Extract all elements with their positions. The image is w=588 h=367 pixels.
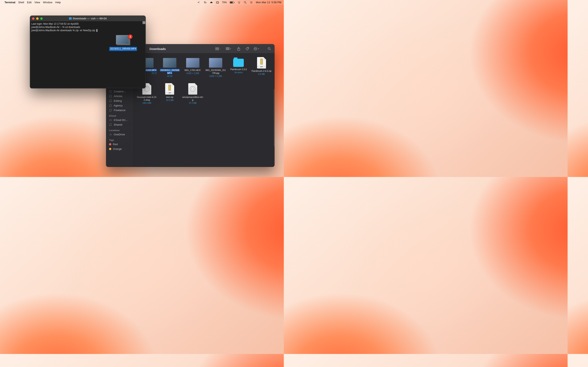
terminal-line: jowi@Johns-MacBook-Air downloads % zip -… (31, 29, 144, 32)
weather-icon[interactable] (204, 1, 207, 4)
sidebar-item-agency[interactable]: Agency (106, 103, 134, 108)
close-button[interactable] (32, 17, 35, 20)
sidebar-item-shared[interactable]: Shared (106, 122, 134, 127)
sidebar-item-creative[interactable]: Creative… (106, 89, 134, 94)
minimize-button[interactable] (36, 17, 39, 20)
svg-line-9 (246, 3, 246, 4)
terminal-body[interactable]: Last login: Mon Mar 13 17:54:52 on ttys0… (30, 21, 146, 88)
chevron-updown-icon: ↕ (220, 48, 221, 50)
group-by-button[interactable]: ▾ (226, 47, 231, 50)
terminal-title: Downloads — -zsh — 80×24 (69, 17, 107, 20)
search-button[interactable] (267, 47, 272, 50)
svg-rect-22 (226, 49, 227, 50)
zip-file-icon: ZIP (257, 57, 266, 68)
terminal-window[interactable]: Downloads — -zsh — 80×24 Last login: Mon… (30, 16, 146, 88)
svg-point-13 (251, 3, 252, 3)
svg-point-28 (255, 49, 255, 49)
svg-point-7 (239, 3, 239, 4)
spotlight-icon[interactable] (243, 1, 247, 4)
svg-rect-19 (226, 48, 227, 48)
sidebar-item-articles[interactable]: Articles (106, 94, 134, 99)
svg-rect-17 (216, 49, 217, 50)
folder-icon (233, 59, 244, 67)
cloud-icon[interactable] (210, 1, 213, 4)
svg-rect-15 (216, 48, 217, 49)
svg-rect-6 (234, 2, 234, 3)
svg-point-11 (251, 1, 251, 2)
zip-file-icon: ZIP (165, 83, 174, 95)
view-icon-mode[interactable]: ↕ (215, 47, 221, 50)
battery-icon[interactable] (230, 1, 234, 4)
svg-rect-21 (228, 48, 229, 48)
terminal-titlebar[interactable]: Downloads — -zsh — 80×24 (30, 16, 146, 21)
battery-percentage: 70% (222, 1, 227, 4)
svg-rect-14 (110, 90, 111, 92)
folder-icon (69, 17, 72, 20)
sidebar-item-editing[interactable]: Editing (106, 99, 134, 103)
stage-manager-icon[interactable] (216, 1, 219, 4)
svg-rect-24 (228, 49, 229, 50)
sidebar-item-icloud-drive[interactable]: iCloud Dri… (106, 118, 134, 122)
control-center-icon[interactable] (250, 1, 253, 4)
file-item[interactable]: winzipmacedition.dmg 37.2 MB (182, 82, 204, 108)
menu-help[interactable]: Help (55, 1, 61, 4)
svg-point-1 (206, 3, 206, 3)
sidebar-item-onedrive[interactable]: OneDrive (106, 132, 134, 137)
svg-rect-18 (217, 49, 219, 50)
menu-clock[interactable]: Mon Mar 13 5:56 PM (256, 1, 281, 4)
file-item[interactable]: ZIP test.zip 18.5 MB (159, 82, 181, 108)
finder-icon-grid[interactable]: 311_095458.MP4 07:17 20230311_092508.MP4… (134, 53, 274, 167)
sidebar-header-locations: Locations (106, 127, 134, 132)
folder-item[interactable]: Paintbrush-2.6.0 No items (228, 55, 249, 82)
svg-point-8 (244, 1, 246, 3)
svg-rect-16 (217, 48, 219, 49)
sidebar-header-tags: Tags (106, 137, 134, 142)
sidebar-header-icloud: iCloud (106, 113, 134, 118)
svg-point-26 (248, 48, 248, 49)
svg-point-0 (204, 1, 205, 2)
chevron-down-icon: ▾ (258, 48, 259, 50)
file-item[interactable]: 20230311_092508.MP4 01:33 (159, 55, 181, 82)
finder-title: Downloads (149, 47, 166, 50)
svg-point-30 (256, 49, 256, 49)
file-item[interactable]: ZIP Paintbrush-2.6.0.zip 5.5 MB (251, 55, 272, 82)
file-item[interactable]: IMG_1705.HEIC 4,032 × 2,268 (182, 55, 204, 82)
image-thumbnail-icon (186, 58, 199, 68)
sidebar-item-freelance[interactable]: Freelance (106, 108, 134, 113)
svg-line-32 (270, 49, 271, 50)
app-menu[interactable]: Terminal (4, 1, 15, 4)
finder-toolbar: ‹ › Downloads ↕ ▾ ▾ (134, 44, 274, 53)
svg-rect-5 (230, 2, 233, 3)
sidebar-tag-orange[interactable]: Orange (106, 147, 134, 151)
action-menu-button[interactable]: ▾ (254, 47, 259, 50)
terminal-line: Last login: Mon Mar 13 17:54:52 on ttys0… (31, 22, 144, 25)
terminal-line: jowi@Johns-MacBook-Air ~ % cd downloads (31, 25, 144, 29)
svg-point-31 (268, 48, 270, 50)
wifi-icon[interactable] (237, 1, 241, 4)
zoom-button[interactable] (40, 17, 43, 20)
svg-rect-20 (227, 48, 228, 48)
terminal-scrollbar[interactable] (143, 21, 145, 24)
video-thumbnail-icon (163, 58, 176, 68)
menu-window[interactable]: Window (43, 1, 52, 4)
svg-rect-3 (217, 2, 218, 3)
image-thumbnail-icon (209, 58, 222, 68)
tags-button[interactable] (245, 47, 250, 50)
dmg-file-icon (188, 83, 197, 95)
chevron-down-icon: ▾ (230, 48, 231, 50)
file-item[interactable]: IMG_20230306_151709.jpg 4,032 × 2,268 (205, 55, 226, 82)
share-button[interactable] (236, 47, 241, 50)
sidebar-tag-red[interactable]: Red (106, 142, 134, 147)
menu-bar: Terminal Shell Edit View Window Help 70%… (0, 0, 284, 5)
do-not-disturb-icon[interactable] (198, 1, 201, 4)
svg-rect-23 (227, 49, 228, 50)
menu-edit[interactable]: Edit (27, 1, 31, 4)
svg-point-29 (255, 49, 256, 49)
menu-shell[interactable]: Shell (18, 1, 24, 4)
text-cursor-icon (96, 29, 98, 32)
menu-view[interactable]: View (35, 1, 40, 4)
